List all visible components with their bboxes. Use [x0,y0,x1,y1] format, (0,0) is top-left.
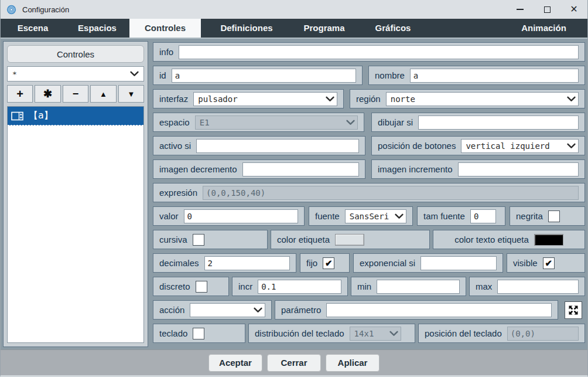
parametro-label: parámetro [281,305,321,315]
id-label: id [159,70,166,80]
discreto-checkbox[interactable] [196,281,207,293]
distribucion-teclado-label: distribución del teclado [255,328,344,338]
imagen-incremento-label: imagen incremento [378,164,453,174]
teclado-checkbox[interactable] [193,328,204,339]
nombre-input[interactable] [410,69,579,83]
espacio-label: espacio [159,117,190,127]
expand-editor-button[interactable] [565,301,582,319]
duplicate-control-button[interactable]: ✱ [35,85,60,103]
max-label: max [476,281,492,291]
info-input[interactable] [179,45,579,59]
maximize-button[interactable] [534,0,560,19]
control-filter-select[interactable]: * [7,66,144,81]
fuente-label: fuente [315,211,340,221]
exponencial-si-input[interactable] [421,256,497,270]
move-up-button[interactable]: ▲ [90,85,116,103]
color-texto-etiqueta-swatch[interactable] [534,234,563,246]
tab-graficos[interactable]: Gráficos [358,19,428,38]
id-input[interactable] [172,69,356,83]
incr-input[interactable] [258,280,341,294]
expresion-input [203,186,579,200]
configuration-window: Configuración ✕ Escena Espacios Controle… [0,0,588,377]
chevron-down-icon [254,305,262,315]
list-item-label: 【a】 [29,110,53,122]
tab-escena[interactable]: Escena [6,19,59,38]
close-button[interactable]: ✕ [560,0,587,19]
chevron-down-icon [389,329,398,338]
control-list-toolbar: + ✱ − ▲ ▼ [7,85,144,103]
espacio-select: E1 [195,116,358,130]
visible-checkbox[interactable]: ✔ [543,257,555,269]
close-dialog-button[interactable]: Cerrar [267,354,321,372]
tab-animacion[interactable]: Animación [507,19,580,38]
id-panel: id [153,66,363,85]
window-controls: ✕ [507,0,587,19]
dibujar-si-panel: dibujar si [371,113,585,132]
color-texto-etiqueta-panel: color texto etiqueta [433,230,585,249]
nombre-panel: nombre [368,66,585,85]
fuente-select[interactable]: SansSeri [345,209,406,223]
max-panel: max [469,277,585,296]
tab-espacios[interactable]: Espacios [65,19,129,38]
list-item[interactable]: 【a】 [8,107,143,125]
accion-panel: acción [153,300,272,320]
posicion-botones-panel: posición de botones vertical izquierd [371,136,585,155]
discreto-panel: discreto [153,277,229,296]
tab-definiciones[interactable]: Definiciones [203,19,290,38]
tab-controles[interactable]: Controles [129,19,201,38]
imagen-decremento-panel: imagen decremento [153,159,365,179]
chevron-down-icon [346,118,355,127]
imagen-decremento-input[interactable] [242,162,359,176]
interfaz-select[interactable]: pulsador [193,92,337,106]
posicion-botones-label: posición de botones [378,141,456,151]
imagen-incremento-input[interactable] [458,162,579,176]
remove-control-button[interactable]: − [63,85,88,103]
maximize-icon [544,6,551,13]
accept-button[interactable]: Aceptar [208,354,262,372]
fijo-checkbox[interactable]: ✔ [323,257,334,269]
tab-programa[interactable]: Programa [290,19,358,38]
parametro-input[interactable] [326,303,552,317]
color-etiqueta-swatch[interactable] [335,234,364,246]
cursiva-label: cursiva [159,235,187,244]
color-texto-etiqueta-label: color texto etiqueta [454,235,529,244]
fuente-panel: fuente SansSeri [309,206,413,226]
valor-input[interactable] [184,209,298,223]
min-input[interactable] [377,280,460,294]
discreto-label: discreto [159,281,190,291]
activo-si-panel: activo si [153,136,365,155]
controls-header: Controles [7,45,144,63]
move-down-button[interactable]: ▼ [118,85,144,103]
activo-si-input[interactable] [196,139,359,153]
chevron-down-icon [567,141,576,151]
region-select[interactable]: norte [386,92,579,106]
region-panel: región norte [350,89,585,108]
accion-select[interactable] [190,303,265,317]
tam-fuente-panel: tam fuente [417,206,505,226]
apply-button[interactable]: Aplicar [326,354,380,372]
decimales-input[interactable] [204,256,290,270]
chevron-down-icon [395,212,404,221]
close-icon: ✕ [570,5,577,14]
decimales-panel: decimales [153,253,296,273]
expand-icon [568,304,579,316]
dibujar-si-label: dibujar si [378,117,413,127]
posicion-teclado-input [507,327,579,341]
tam-fuente-input[interactable] [470,209,496,223]
minimize-button[interactable] [507,0,534,19]
chevron-down-icon [326,94,334,104]
filter-value: * [12,70,17,79]
tam-fuente-label: tam fuente [423,211,465,221]
min-panel: min [351,277,466,296]
controls-sidebar: Controles * + ✱ − ▲ ▼ [3,41,148,347]
fijo-label: fijo [306,258,317,268]
parametro-panel: parámetro [275,300,558,320]
exponencial-si-panel: exponencial si [353,253,503,273]
posicion-botones-select[interactable]: vertical izquierd [461,139,579,153]
dibujar-si-input[interactable] [418,116,579,130]
cursiva-checkbox[interactable] [193,234,204,246]
negrita-checkbox[interactable] [548,210,560,222]
add-control-button[interactable]: + [7,85,33,103]
exponencial-si-label: exponencial si [360,258,415,268]
max-input[interactable] [497,280,579,294]
